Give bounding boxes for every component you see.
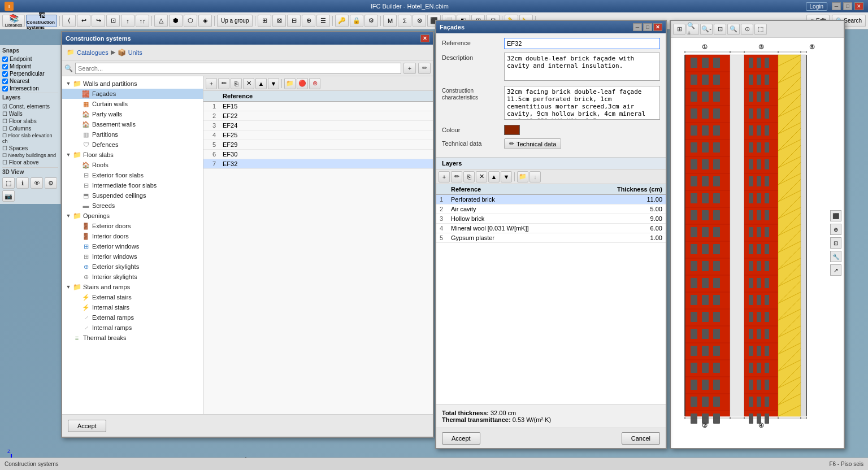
side-icon-4[interactable]: 🔧 [830, 251, 841, 262]
layer-delete-btn[interactable]: ✕ [476, 171, 487, 182]
snap-endpoint-checkbox[interactable] [2, 56, 8, 62]
tool18[interactable]: ⚙ [364, 15, 378, 27]
tree-item-int-stairs[interactable]: ⚡ Internal stairs [62, 302, 203, 312]
tree-item-ext-stairs[interactable]: ⚡ External stairs [62, 292, 203, 302]
construction-textarea[interactable]: 32cm facing brick double-leaf façade 11.… [504, 86, 660, 120]
tree-item-roofs[interactable]: 🏠 Roofs [62, 160, 203, 170]
search-input[interactable] [75, 63, 401, 74]
tool15[interactable]: ☰ [316, 15, 330, 27]
tree-item-facades[interactable]: 🧱 Façades [62, 89, 203, 99]
layer-row-1[interactable]: 1 Perforated brick 11.00 [436, 195, 666, 204]
layer-copy-btn[interactable]: ⎘ [463, 171, 475, 182]
prev-btn2[interactable]: 🔍+ [687, 24, 699, 35]
layer-fse[interactable]: ☐ Floor slab elevation ch [2, 132, 58, 145]
tool3[interactable]: ↪ [92, 15, 105, 27]
list-add-btn[interactable]: + [206, 78, 217, 89]
side-icon-2[interactable]: ⊕ [830, 224, 841, 235]
tree-item-int-floor[interactable]: ⊟ Intermediate floor slabs [62, 180, 203, 190]
3d-btn3[interactable]: 👁 [31, 177, 43, 189]
tool8[interactable]: ⬢ [169, 15, 183, 27]
tree-item-partitions[interactable]: ▥ Partitions [62, 129, 203, 140]
tool16[interactable]: 🔑 [335, 15, 349, 27]
list-edit-btn[interactable]: ✏ [218, 78, 229, 89]
close-btn[interactable]: ✕ [854, 2, 863, 10]
facades-cancel-btn[interactable]: Cancel [622, 432, 660, 445]
list-copy-btn[interactable]: ⎘ [231, 78, 242, 89]
tool10[interactable]: ◈ [198, 15, 212, 27]
layer-btn2[interactable]: ↓ [530, 171, 541, 182]
tree-item-int-ramps[interactable]: ⟋ Internal ramps [62, 323, 203, 333]
list-delete-btn[interactable]: ✕ [243, 78, 254, 89]
tool11[interactable]: ⊞ [258, 15, 271, 27]
tool14[interactable]: ⊕ [302, 15, 315, 27]
libraries-btn[interactable]: 📚 Libraries [2, 15, 25, 27]
tool4[interactable]: ⊡ [106, 15, 120, 27]
breadcrumb-catalogues[interactable]: Catalogues [77, 49, 108, 56]
prev-btn1[interactable]: ⊞ [673, 24, 685, 35]
breadcrumb-units[interactable]: Units [128, 49, 142, 56]
tree-item-suspended[interactable]: ⬒ Suspended ceilings [62, 190, 203, 201]
tree-item-thermal[interactable]: ≡ Thermal breaks [62, 333, 203, 343]
side-icon-3[interactable]: ⊡ [830, 237, 841, 249]
layer-nearby[interactable]: ☐ Nearby buildings and [2, 152, 58, 159]
maximize-btn[interactable]: □ [843, 2, 852, 10]
snap-nearest-checkbox[interactable] [2, 79, 8, 84]
list-btn2[interactable]: 🔴 [297, 78, 308, 89]
tool9[interactable]: ⬡ [184, 15, 197, 27]
tree-item-party[interactable]: 🏠 Party walls [62, 109, 203, 119]
tree-item-int-skylights[interactable]: ⊕ Interior skylights [62, 272, 203, 282]
3d-btn2[interactable]: ℹ [16, 177, 29, 189]
tree-item-screeds[interactable]: ▬ Screeds [62, 201, 203, 211]
up-group-btn[interactable]: Up a group [217, 15, 253, 27]
snap-perp-checkbox[interactable] [2, 71, 8, 77]
tool17[interactable]: 🔒 [350, 15, 363, 27]
layer-floor-above[interactable]: ☐ Floor above [2, 159, 58, 166]
tree-item-ext-ramps[interactable]: ⟋ External ramps [62, 312, 203, 323]
tree-item-ext-floor[interactable]: ⊟ Exterior floor slabs [62, 170, 203, 180]
constr-accept-btn[interactable]: Accept [68, 420, 106, 432]
layer-row-3[interactable]: 3 Hollow brick 9.00 [436, 214, 666, 224]
tool7[interactable]: △ [154, 15, 168, 27]
snap-midpoint-checkbox[interactable] [2, 64, 8, 69]
snap-intersect-checkbox[interactable] [2, 86, 8, 92]
expand-openings[interactable]: ▼ [64, 212, 72, 220]
layer-add-btn[interactable]: + [439, 171, 450, 182]
expand-stairs[interactable]: ▼ [64, 283, 72, 291]
tree-item-ext-doors[interactable]: 🚪 Exterior doors [62, 221, 203, 231]
list-row-5[interactable]: 5 EF29 [203, 140, 433, 150]
list-row-1[interactable]: 1 EF15 [203, 102, 433, 111]
facades-minimize[interactable]: ─ [633, 23, 642, 31]
tree-item-defences[interactable]: 🛡 Defences [62, 140, 203, 150]
prev-btn3[interactable]: 🔍- [700, 24, 713, 35]
tree-item-ext-windows[interactable]: ⊞ Exterior windows [62, 241, 203, 251]
reference-input[interactable] [504, 38, 660, 49]
edit-icon-btn[interactable]: ✏ [418, 63, 431, 74]
construction-systems-btn[interactable]: 🏗 Construction systems [26, 15, 57, 27]
tree-item-openings[interactable]: ▼ 📁 Openings [62, 211, 203, 221]
facades-maximize[interactable]: □ [643, 23, 652, 31]
list-up-btn[interactable]: ▲ [255, 78, 267, 89]
tool6[interactable]: ↑↑ [136, 15, 149, 27]
tool21[interactable]: ⊗ [413, 15, 426, 27]
expand-walls[interactable]: ▼ [64, 80, 72, 88]
list-down-btn[interactable]: ▼ [268, 78, 279, 89]
layer-walls[interactable]: ☐ Walls [2, 110, 58, 118]
tree-item-basement[interactable]: 🏠 Basement walls [62, 119, 203, 129]
colour-swatch[interactable] [504, 125, 520, 135]
layer-down-btn[interactable]: ▼ [501, 171, 512, 182]
list-btn1[interactable]: 📁 [284, 78, 296, 89]
tree-item-walls[interactable]: ▼ 📁 Walls and partitions [62, 79, 203, 89]
layer-row-5[interactable]: 5 Gypsum plaster 1.00 [436, 233, 666, 243]
add-btn[interactable]: + [403, 63, 416, 74]
facades-accept-btn[interactable]: Accept [442, 432, 480, 445]
prev-btn5[interactable]: 🔍 [727, 24, 740, 35]
list-row-7[interactable]: 7 EF32 [203, 159, 433, 169]
side-icon-5[interactable]: ↗ [830, 264, 841, 276]
tree-item-int-windows[interactable]: ⊞ Interior windows [62, 251, 203, 262]
tech-data-btn[interactable]: ✏ Technical data [504, 138, 561, 149]
list-btn3[interactable]: ⊗ [309, 78, 320, 89]
prev-btn7[interactable]: ⬚ [754, 24, 767, 35]
tree-item-int-doors[interactable]: 🚪 Interior doors [62, 231, 203, 241]
tool20[interactable]: Σ [398, 15, 411, 27]
layer-spaces[interactable]: ☐ Spaces [2, 145, 58, 152]
